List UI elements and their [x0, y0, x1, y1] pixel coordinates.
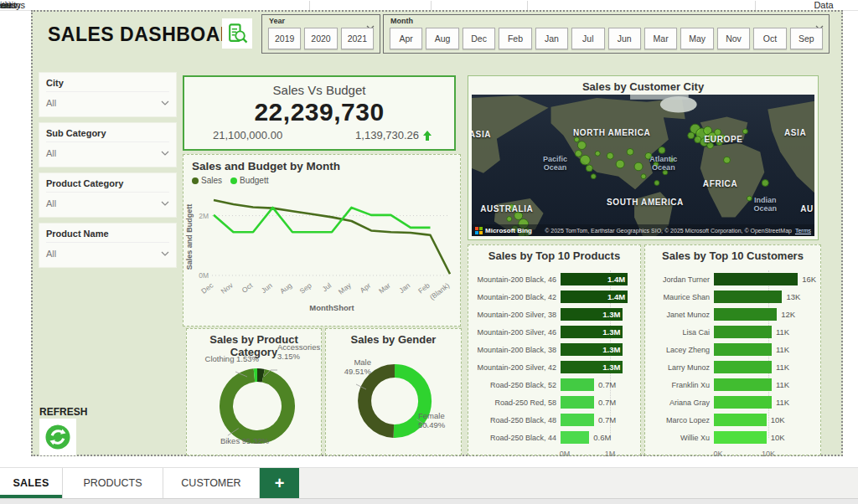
sales-city-bubble[interactable]	[616, 160, 624, 168]
year-option-2019[interactable]: 2019	[268, 28, 301, 49]
month-option-aug[interactable]: Aug	[426, 28, 458, 49]
customer-bar-ariana-gray[interactable]	[714, 396, 772, 409]
product-bar-road-250-red-58[interactable]	[561, 396, 594, 409]
month-option-jul[interactable]: Jul	[571, 28, 604, 49]
sales-city-bubble[interactable]	[762, 180, 768, 187]
month-option-nov[interactable]: Nov	[717, 28, 750, 49]
customer-bar-larry-munoz[interactable]	[714, 361, 772, 373]
product-bar-road-250-black-52[interactable]	[561, 378, 594, 391]
sales-city-bubble[interactable]	[742, 129, 747, 134]
product-bar-road-250-black-48[interactable]	[561, 414, 594, 426]
month-option-jan[interactable]: Jan	[535, 28, 568, 49]
product-bar-road-250-black-44[interactable]	[561, 431, 589, 444]
filter-dropdown-sub-category[interactable]: All	[46, 142, 169, 158]
top-products-bars: Mountain-200 Black, 461.4MMountain-200 B…	[475, 270, 633, 446]
sales-city-bubble[interactable]	[695, 136, 701, 143]
refresh-label: REFRESH	[39, 406, 87, 418]
sales-city-bubble[interactable]	[577, 141, 586, 150]
bar-value-label: 12K	[777, 310, 795, 319]
sales-city-bubble[interactable]	[747, 196, 752, 201]
map-terms-link[interactable]: Terms	[795, 228, 811, 234]
world-map[interactable]: ASIANORTH AMERICAPacific OceanAtlantic O…	[472, 95, 814, 236]
sales-city-bubble[interactable]	[707, 142, 714, 149]
year-option-2021[interactable]: 2021	[341, 28, 374, 49]
sales-city-bubble[interactable]	[659, 147, 665, 154]
sales-city-bubble[interactable]	[514, 212, 523, 220]
product-bar-mountain-200-black-42[interactable]: 1.4M	[561, 291, 628, 303]
sales-city-bubble[interactable]	[591, 174, 596, 179]
sales-city-bubble[interactable]	[669, 157, 675, 162]
line-chart-plot: 0M2MSales and BudgettDecNovOctJunAugSepJ…	[183, 185, 460, 317]
product-bar-mountain-200-black-46[interactable]: 1.4M	[561, 273, 628, 285]
customer-bar-marco-lopez[interactable]	[714, 414, 767, 426]
customer-row-jordan-turner: Jordan Turner16K	[652, 270, 814, 288]
bar-category-label: Road-250 Black, 52	[475, 381, 561, 389]
sales-city-bubble[interactable]	[627, 148, 633, 155]
line-series-sales[interactable]	[214, 200, 450, 274]
product-bar-mountain-200-silver-38[interactable]: 1.3M	[561, 308, 623, 321]
tab-sales[interactable]: SALES	[0, 468, 63, 498]
tab-products[interactable]: PRODUCTS	[63, 468, 163, 498]
sales-city-bubble[interactable]	[509, 204, 515, 211]
product-bar-mountain-200-silver-46[interactable]: 1.3M	[561, 326, 623, 338]
customer-bar-maurice-shan[interactable]	[714, 291, 782, 303]
customer-bar-lisa-cai[interactable]	[714, 326, 772, 338]
customer-bar-lacey-zheng[interactable]	[714, 343, 772, 356]
customer-bar-franklin-xu[interactable]	[714, 378, 772, 391]
add-sheet-button[interactable]: +	[260, 468, 299, 498]
sales-city-bubble[interactable]	[654, 162, 659, 167]
year-slicer-buttons: 201920202021	[262, 28, 380, 49]
filter-card-city: CityAll	[39, 73, 176, 116]
sales-city-bubble[interactable]	[580, 155, 590, 165]
filter-dropdown-city[interactable]: All	[46, 92, 169, 108]
sales-city-bubble[interactable]	[634, 162, 643, 171]
legend-item-sales[interactable]: Sales	[192, 176, 222, 185]
sales-city-bubble[interactable]	[607, 152, 613, 159]
month-option-mar[interactable]: Mar	[644, 28, 677, 49]
gender-slice-male[interactable]	[364, 371, 395, 431]
top-products-title: Sales by Top 10 Products	[468, 245, 640, 262]
sales-city-bubble[interactable]	[721, 135, 726, 140]
customer-bar-jordan-turner[interactable]	[714, 273, 798, 285]
sales-city-bubble[interactable]	[595, 151, 600, 156]
sales-city-bubble[interactable]	[663, 170, 668, 175]
bar-value-label: 11K	[772, 380, 789, 389]
month-option-oct[interactable]: Oct	[753, 28, 786, 49]
sales-city-bubble[interactable]	[645, 152, 652, 159]
legend-item-budgett[interactable]: Budgett	[230, 176, 268, 185]
month-option-dec[interactable]: Dec	[463, 28, 495, 49]
product-bar-mountain-200-silver-42[interactable]: 1.3M	[561, 361, 623, 373]
sales-city-bubble[interactable]	[688, 132, 695, 139]
product-bar-mountain-200-black-38[interactable]: 1.3M	[561, 343, 623, 356]
customer-bar-janet-munoz[interactable]	[714, 308, 777, 321]
month-option-sep[interactable]: Sep	[790, 28, 823, 49]
sales-city-bubble[interactable]	[715, 129, 721, 136]
menu-item-sensitivity[interactable]: Sensitivity	[0, 0, 21, 11]
sales-city-bubble[interactable]	[507, 217, 512, 222]
year-option-2020[interactable]: 2020	[304, 28, 337, 49]
filter-dropdown-product-category[interactable]: All	[46, 193, 169, 208]
category-slice-bikes[interactable]	[226, 375, 288, 437]
month-option-apr[interactable]: Apr	[390, 28, 422, 49]
line-series-budgett[interactable]	[214, 208, 431, 232]
bar-value-label: 1.3M	[602, 363, 620, 372]
app-window: DataQueriesInsertCalculationsSensitivity…	[0, 0, 858, 504]
sales-city-bubble[interactable]	[586, 165, 592, 172]
x-tick-label: Oct	[240, 280, 255, 294]
month-option-feb[interactable]: Feb	[499, 28, 531, 49]
filter-dropdown-product-name[interactable]: All	[46, 243, 169, 259]
customer-bar-willie-xu[interactable]	[714, 431, 767, 444]
month-option-jun[interactable]: Jun	[608, 28, 641, 49]
category-slice-accessories[interactable]	[257, 375, 263, 376]
refresh-button[interactable]	[39, 419, 76, 455]
sales-city-bubble[interactable]	[654, 181, 659, 186]
sales-city-bubble[interactable]	[575, 150, 581, 157]
sales-city-bubble[interactable]	[724, 157, 731, 163]
bar-value-label: 1.4M	[607, 292, 625, 301]
category-label-bikes: Bikes 95.32%	[194, 436, 269, 445]
tab-customer[interactable]: CUSTOMER	[163, 468, 260, 498]
month-option-may[interactable]: May	[680, 28, 713, 49]
sales-city-bubble[interactable]	[574, 137, 579, 142]
bar-category-label: Road-250 Red, 58	[475, 399, 561, 407]
sales-city-bubble[interactable]	[641, 174, 646, 179]
